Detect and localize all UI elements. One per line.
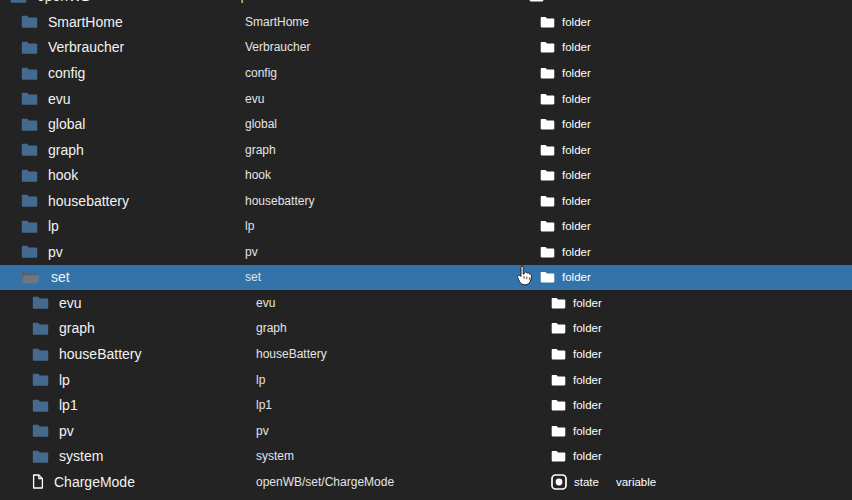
type-cell: folder <box>551 341 852 367</box>
tree-row-pv[interactable]: pvpv folder <box>0 239 852 265</box>
topic-name: graph <box>245 137 540 163</box>
tree-row-housebattery[interactable]: houseBatteryhouseBattery folder <box>0 341 852 367</box>
topic-name: graph <box>256 316 551 342</box>
tree-cell[interactable]: pv <box>0 239 245 265</box>
folder-icon <box>551 322 566 334</box>
topic-name: system <box>256 443 551 469</box>
type-cell: folder <box>551 418 852 444</box>
tree-cell[interactable]: lp <box>0 214 245 240</box>
tree-cell[interactable]: houseBattery <box>0 341 256 367</box>
topic-name: SmartHome <box>245 9 540 35</box>
tree-label: pv <box>59 423 74 439</box>
tree-cell[interactable]: housebattery <box>0 188 245 214</box>
tree-label: graph <box>59 320 95 336</box>
folder-icon <box>32 373 49 386</box>
tree-cell[interactable]: Verbraucher <box>0 35 245 61</box>
tree-row-pv[interactable]: pvpv folder <box>0 418 852 444</box>
folder-icon <box>551 425 566 437</box>
topic-name: openWB/set/ChargeMode <box>256 469 551 495</box>
tree-cell[interactable]: evu <box>0 86 245 112</box>
folder-icon <box>551 450 566 462</box>
tree-row-housebattery[interactable]: housebatteryhousebattery folder <box>0 188 852 214</box>
tree-row-openwb[interactable]: openWBopenWB folder <box>0 0 852 9</box>
type-cell: statevariable <box>551 469 852 495</box>
type-label: folder <box>573 322 602 334</box>
folder-icon <box>551 374 566 386</box>
folder-icon <box>21 41 38 54</box>
tree-row-global[interactable]: globalglobal folder <box>0 111 852 137</box>
type-cell: folder <box>540 188 852 214</box>
tree-cell[interactable]: global <box>0 111 245 137</box>
type-cell: folder <box>551 392 852 418</box>
folder-icon <box>21 169 38 182</box>
folder-icon <box>10 0 27 3</box>
tree-cell[interactable]: lp1 <box>0 392 256 418</box>
folder-icon <box>32 399 49 412</box>
tree-label: global <box>48 116 85 132</box>
type-cell: folder <box>540 35 852 61</box>
type-cell: folder <box>529 0 852 9</box>
folder-icon <box>21 15 38 28</box>
type-label: folder <box>562 118 591 130</box>
topic-name: set <box>245 265 540 291</box>
tree-cell[interactable]: graph <box>0 137 245 163</box>
folder-icon <box>551 297 566 309</box>
tree-cell[interactable]: evu <box>0 290 256 316</box>
type-label: folder <box>562 41 591 53</box>
tree-label: pv <box>48 244 63 260</box>
type-label: state <box>574 476 599 488</box>
tree-row-chargemode[interactable]: ChargeModeopenWB/set/ChargeMode statevar… <box>0 469 852 495</box>
topic-name: openWB <box>234 0 529 9</box>
tree-row-evu[interactable]: evuevu folder <box>0 290 852 316</box>
tree-cell[interactable]: config <box>0 60 245 86</box>
type-label: folder <box>573 348 602 360</box>
tree-row-lp[interactable]: lplp folder <box>0 367 852 393</box>
topic-tree-viewport: openWBopenWB folder SmartHomeSmartHome f… <box>0 0 852 500</box>
tree-row-graph[interactable]: graphgraph folder <box>0 316 852 342</box>
folder-icon <box>540 41 555 53</box>
folder-icon <box>21 67 38 80</box>
type-cell: folder <box>540 9 852 35</box>
tree-row-set[interactable]: setset folder <box>0 265 852 291</box>
tree-cell[interactable]: lp <box>0 367 256 393</box>
tree-cell[interactable]: hook <box>0 162 245 188</box>
tree-cell[interactable]: set <box>0 265 245 291</box>
tree-row-config[interactable]: configconfig folder <box>0 60 852 86</box>
tree-cell[interactable]: SmartHome <box>0 9 245 35</box>
tree-cell[interactable]: pv <box>0 418 256 444</box>
tree-cell[interactable]: system <box>0 443 256 469</box>
folder-icon <box>540 169 555 181</box>
folder-icon <box>32 450 49 463</box>
type-label: folder <box>562 195 591 207</box>
folder-icon <box>551 348 566 360</box>
tree-row-hook[interactable]: hookhook folder <box>0 162 852 188</box>
type-cell: folder <box>540 60 852 86</box>
tree-label: evu <box>48 91 71 107</box>
folder-icon <box>551 399 566 411</box>
state-icon <box>551 474 567 490</box>
folder-icon <box>21 118 38 131</box>
tree-label: SmartHome <box>48 14 123 30</box>
folder-icon <box>529 0 544 2</box>
topic-name: lp <box>256 367 551 393</box>
type-cell: folder <box>540 86 852 112</box>
variable-label: variable <box>616 476 656 488</box>
tree-row-lp1[interactable]: lp1lp1 folder <box>0 392 852 418</box>
folder-icon <box>540 271 555 283</box>
type-label: folder <box>573 297 602 309</box>
tree-row-smarthome[interactable]: SmartHomeSmartHome folder <box>0 9 852 35</box>
tree-row-lp[interactable]: lplp folder <box>0 214 852 240</box>
tree-row-system[interactable]: systemsystem folder <box>0 443 852 469</box>
type-label: folder <box>573 425 602 437</box>
tree-row-verbraucher[interactable]: VerbraucherVerbraucher folder <box>0 35 852 61</box>
tree-label: graph <box>48 142 84 158</box>
tree-row-graph[interactable]: graphgraph folder <box>0 137 852 163</box>
tree-label: lp1 <box>59 397 78 413</box>
document-icon <box>32 474 44 489</box>
tree-cell[interactable]: graph <box>0 316 256 342</box>
folder-icon <box>540 16 555 28</box>
folder-icon <box>32 424 49 437</box>
tree-row-evu[interactable]: evuevu folder <box>0 86 852 112</box>
tree-cell[interactable]: ChargeMode <box>0 469 256 495</box>
tree-cell[interactable]: openWB <box>0 0 234 9</box>
